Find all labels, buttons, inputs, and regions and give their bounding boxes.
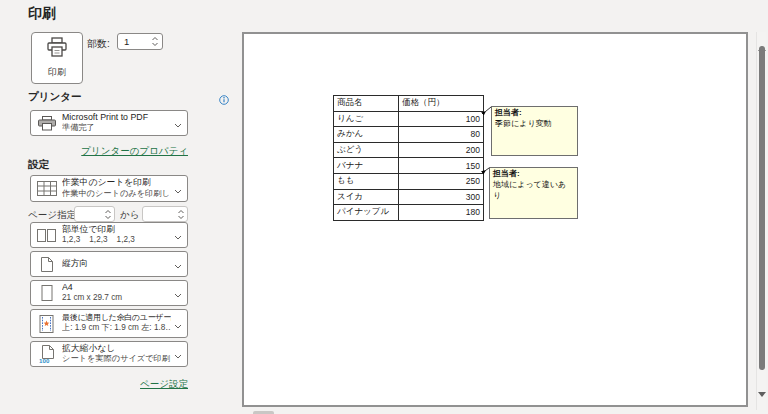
print-what-subtitle: 作業中のシートのみを印刷します — [62, 189, 171, 200]
collation-select[interactable]: 部単位で印刷 1,2,3 1,2,3 1,2,3 — [30, 222, 188, 248]
table-row: ぶどう200 — [334, 142, 484, 158]
margins-select[interactable]: 最後に適用した余白のユーザー設定 上: 1.9 cm 下: 1.9 cm 左: … — [30, 309, 188, 338]
scaling-title: 拡大縮小なし — [62, 343, 171, 354]
table-row: りんご100 — [334, 111, 484, 127]
scaling-subtitle: シートを実際のサイズで印刷します — [62, 354, 171, 365]
price-cell: 300 — [399, 189, 484, 205]
paper-size-select[interactable]: A4 21 cm x 29.7 cm — [30, 280, 188, 306]
preview-table: 商品名 価格（円） りんご100みかん80ぶどう200バナナ150もも250スイ… — [333, 95, 484, 221]
margins-title: 最後に適用した余白のユーザー設定 — [62, 313, 171, 323]
margins-subtitle: 上: 1.9 cm 下: 1.9 cm 左: 1.8… — [62, 323, 171, 334]
copies-spinner[interactable] — [151, 36, 159, 47]
comment-arrows — [244, 34, 746, 405]
scaling-select[interactable]: 100 拡大縮小なし シートを実際のサイズで印刷します — [30, 341, 188, 367]
pages-from-spinner[interactable] — [104, 209, 112, 220]
sheet-grid-icon — [34, 181, 59, 196]
printer-properties-link[interactable]: プリンターのプロパティ — [81, 145, 188, 156]
settings-section-header: 設定 — [28, 158, 49, 172]
price-cell: 180 — [399, 205, 484, 221]
info-icon[interactable] — [219, 91, 229, 109]
price-cell: 80 — [399, 127, 484, 143]
chevron-down-icon — [174, 255, 182, 273]
portrait-page-icon — [34, 256, 59, 273]
chevron-down-icon — [174, 284, 182, 302]
printer-section-header: プリンター — [28, 90, 81, 104]
preview-scrollbar[interactable] — [756, 32, 766, 410]
header-product-name: 商品名 — [334, 96, 399, 112]
product-name-cell: もも — [334, 173, 399, 189]
copies-label: 部数: — [87, 37, 110, 51]
product-name-cell: スイカ — [334, 189, 399, 205]
table-header-row: 商品名 価格（円） — [334, 96, 484, 112]
printer-icon — [45, 37, 69, 63]
svg-text:100: 100 — [39, 357, 50, 364]
price-cell: 150 — [399, 158, 484, 174]
printer-status: 準備完了 — [62, 123, 171, 134]
comment-author: 担当者: — [493, 169, 520, 178]
paper-icon — [34, 285, 59, 301]
price-cell: 100 — [399, 111, 484, 127]
comment-box: 担当者: 季節により変動 — [491, 106, 578, 156]
comment-author: 担当者: — [495, 108, 522, 117]
scroll-down-icon[interactable] — [758, 383, 766, 401]
paper-size-subtitle: 21 cm x 29.7 cm — [62, 293, 171, 304]
comment-text: 地域によって違いあり — [493, 180, 566, 200]
scrollbar-thumb[interactable] — [759, 46, 765, 370]
pages-to-spinner[interactable] — [177, 209, 185, 220]
product-name-cell: ぶどう — [334, 142, 399, 158]
copies-value: 1 — [124, 36, 151, 47]
printer-select[interactable]: Microsoft Print to PDF 準備完了 — [30, 110, 188, 136]
table-row: もも250 — [334, 173, 484, 189]
pages-label: ページ指定: — [28, 209, 79, 222]
table-row: スイカ300 — [334, 189, 484, 205]
table-row: バナナ150 — [334, 158, 484, 174]
scaling-icon: 100 — [34, 345, 59, 363]
price-cell: 200 — [399, 142, 484, 158]
print-what-select[interactable]: 作業中のシートを印刷 作業中のシートのみを印刷します — [30, 175, 188, 202]
preview-table-body: りんご100みかん80ぶどう200バナナ150もも250スイカ300パイナップル… — [334, 111, 484, 220]
paper-size-title: A4 — [62, 282, 171, 293]
print-button[interactable]: 印刷 — [31, 32, 83, 84]
product-name-cell: パイナップル — [334, 205, 399, 221]
print-what-title: 作業中のシートを印刷 — [62, 177, 171, 188]
pages-to-input[interactable] — [142, 206, 188, 222]
copies-input[interactable]: 1 — [117, 33, 163, 50]
collate-icon — [34, 229, 59, 242]
orientation-title: 縦方向 — [62, 258, 171, 269]
print-button-label: 印刷 — [48, 66, 66, 79]
page-title: 印刷 — [28, 5, 56, 23]
header-price: 価格（円） — [399, 96, 484, 112]
chevron-down-icon — [174, 180, 182, 198]
print-preview-page: 商品名 価格（円） りんご100みかん80ぶどう200バナナ150もも250スイ… — [242, 32, 748, 407]
collation-subtitle: 1,2,3 1,2,3 1,2,3 — [62, 235, 171, 246]
price-cell: 250 — [399, 173, 484, 189]
collation-title: 部単位で印刷 — [62, 224, 171, 235]
orientation-select[interactable]: 縦方向 — [30, 251, 188, 277]
printer-name: Microsoft Print to PDF — [62, 112, 171, 123]
chevron-down-icon — [174, 226, 182, 244]
chevron-down-icon — [174, 114, 182, 132]
comment-box: 担当者: 地域によって違いあり — [489, 167, 578, 219]
table-row: みかん80 — [334, 127, 484, 143]
table-row: パイナップル180 — [334, 205, 484, 221]
pages-from-input[interactable] — [74, 206, 115, 222]
page-setup-link[interactable]: ページ設定 — [140, 378, 188, 389]
margins-icon — [34, 315, 59, 333]
product-name-cell: みかん — [334, 127, 399, 143]
chevron-down-icon — [174, 345, 182, 363]
pages-separator-label: から — [120, 209, 139, 222]
chevron-down-icon — [174, 315, 182, 333]
product-name-cell: りんご — [334, 111, 399, 127]
product-name-cell: バナナ — [334, 158, 399, 174]
comment-text: 季節により変動 — [495, 119, 552, 128]
printer-small-icon — [34, 116, 59, 131]
